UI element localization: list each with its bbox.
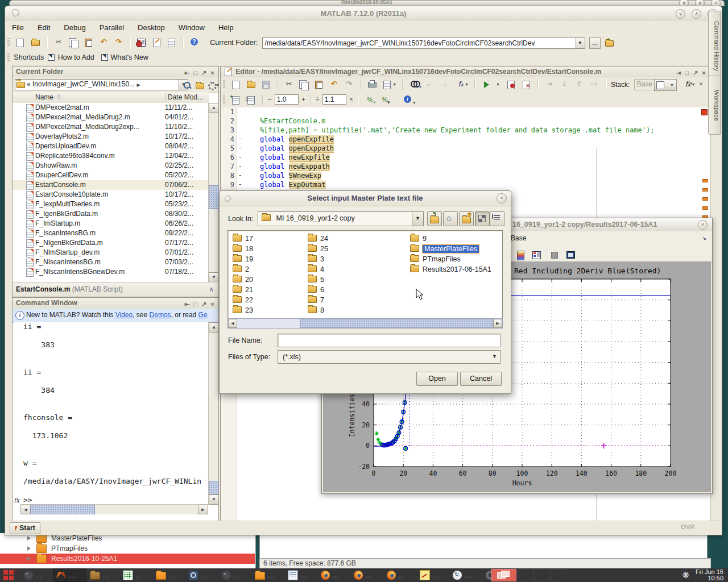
new-folder-button[interactable]: ✱ bbox=[459, 211, 474, 226]
folder-name[interactable]: 17 bbox=[245, 235, 253, 243]
cancel-button[interactable]: Cancel bbox=[460, 372, 502, 386]
file-name[interactable]: EstartConsole10plate.m bbox=[35, 190, 108, 199]
code-line[interactable]: global ExpOutmat bbox=[243, 180, 704, 189]
folder-item[interactable]: 21 bbox=[233, 285, 253, 294]
tab-command-history[interactable]: Command History bbox=[708, 11, 721, 81]
taskbar-app-firefox[interactable]: ... bbox=[317, 568, 350, 582]
folder-name[interactable]: 9 bbox=[423, 235, 427, 243]
go-forward-icon[interactable]: → bbox=[439, 79, 450, 90]
file-name[interactable]: EstartConsole.m bbox=[35, 180, 86, 190]
dialog-close-icon[interactable]: × bbox=[497, 193, 507, 203]
new-file-icon[interactable] bbox=[15, 37, 26, 48]
banner-link[interactable]: Ge bbox=[198, 311, 208, 319]
folder-name[interactable]: 6 bbox=[320, 286, 324, 294]
folder-name[interactable]: 23 bbox=[245, 306, 253, 314]
file-row[interactable]: F_IexpMultiTseries.m05/23/2... bbox=[13, 199, 209, 209]
folder-item[interactable]: 17 bbox=[233, 234, 253, 243]
breakpoint-column[interactable]: - bbox=[237, 171, 243, 180]
howtoadd-icon[interactable]: ◥ bbox=[47, 53, 55, 64]
banner-link[interactable]: Demos bbox=[150, 311, 171, 319]
increase-value-button[interactable]: + bbox=[301, 95, 305, 103]
percent-minus-icon[interactable]: %▼ bbox=[379, 94, 390, 105]
taskbar-app-firefox[interactable]: ... bbox=[350, 568, 383, 582]
breakpoint-column[interactable]: - bbox=[237, 135, 243, 144]
code-line[interactable]: global openExppath bbox=[243, 144, 704, 153]
folder-name[interactable]: PTmapFiles bbox=[423, 255, 461, 263]
breakpoint-column[interactable]: - bbox=[237, 162, 243, 171]
file-row[interactable]: EstartConsole10plate.m10/17/2... bbox=[13, 190, 209, 199]
gear-icon[interactable]: ▼ bbox=[207, 80, 220, 91]
insert-cell-icon[interactable]: + bbox=[230, 94, 241, 105]
line-number[interactable]: 8 bbox=[221, 171, 237, 180]
mlint-status-icon[interactable] bbox=[701, 109, 708, 115]
file-row[interactable]: F_NIscanIntensBGnewDev.m07/18/2... bbox=[13, 267, 209, 277]
taskbar-app-terminal[interactable]: ... bbox=[20, 568, 53, 582]
redo-icon[interactable]: ↷ bbox=[113, 37, 124, 48]
file-name[interactable]: F_NImStartup_dev.m bbox=[35, 248, 100, 257]
up-one-level-button[interactable]: ↰ bbox=[427, 211, 442, 226]
menu-desktop[interactable]: Desktop bbox=[131, 21, 172, 35]
redo-icon[interactable]: ↷ bbox=[344, 79, 354, 90]
matlab-titlebar[interactable]: MATLAB 7.12.0 (R2011a) ∨ ∧ × bbox=[5, 6, 722, 22]
paste-icon[interactable] bbox=[313, 79, 324, 90]
file-name[interactable]: DsuperCellDev.m bbox=[35, 171, 88, 180]
file-list-scrollbar[interactable]: ▲ ▼ bbox=[208, 103, 218, 282]
undock-icon[interactable]: ↗ bbox=[200, 68, 208, 78]
close-panel-icon[interactable]: × bbox=[208, 68, 217, 78]
file-row[interactable]: F_NIscanIntensBG.m07/03/2... bbox=[13, 257, 209, 267]
percent-plus-icon[interactable]: %+ bbox=[365, 94, 375, 105]
split-screen-selector[interactable]: ▼ bbox=[654, 79, 677, 91]
folder-name[interactable]: 19 bbox=[245, 255, 253, 263]
undock-editor-icon[interactable]: ↗ bbox=[687, 80, 693, 88]
folder-item[interactable]: 2 bbox=[233, 265, 249, 274]
continue-icon[interactable]: ⇨ bbox=[589, 79, 599, 90]
folder-name[interactable]: 8 bbox=[320, 306, 324, 314]
taskbar-app-folder2[interactable]: ... bbox=[251, 568, 284, 582]
taskbar-app-folder[interactable]: ... bbox=[86, 568, 119, 582]
scrollbar-thumb[interactable] bbox=[30, 505, 95, 514]
line-number[interactable]: 4 bbox=[221, 135, 237, 144]
code-line[interactable]: %EstartConsole.m bbox=[243, 117, 704, 126]
info-icon[interactable]: i▼ bbox=[403, 94, 416, 105]
breakpoint-column[interactable]: - bbox=[237, 153, 243, 162]
mlint-warning-mark[interactable] bbox=[702, 179, 708, 182]
scroll-left-icon[interactable]: ◀ bbox=[20, 505, 31, 514]
current-folder-panel-header[interactable]: Current Folder ⇤□↗× bbox=[13, 66, 218, 78]
save-icon[interactable] bbox=[260, 79, 271, 90]
files-of-type-combobox[interactable]: (*.xls) ▼ bbox=[278, 350, 500, 364]
scrollbar-thumb[interactable] bbox=[209, 185, 219, 209]
decrease-value-button[interactable]: − bbox=[267, 95, 271, 103]
file-name[interactable]: F_IgenBkGrdData.m bbox=[35, 209, 98, 219]
go-back-icon[interactable]: ← bbox=[424, 79, 435, 90]
undo-icon[interactable]: ↶ bbox=[98, 37, 109, 48]
file-row[interactable]: F_IgenBkGrdData.m08/30/2... bbox=[13, 209, 209, 219]
folder-item[interactable]: 18 bbox=[233, 244, 253, 253]
command-prompt-line[interactable]: fx >> bbox=[14, 495, 208, 505]
menu-edit[interactable]: Edit bbox=[31, 21, 57, 35]
taskbar-app-terminal[interactable]: ... bbox=[218, 568, 251, 582]
folder-item[interactable]: PTmapFiles bbox=[410, 255, 461, 264]
breakpoint-column[interactable]: - bbox=[237, 180, 243, 189]
folder-item[interactable]: 7 bbox=[308, 296, 324, 305]
mlint-warning-mark[interactable] bbox=[702, 197, 708, 201]
folder-name[interactable]: Results2017-06-15A1 bbox=[423, 265, 491, 273]
scroll-right-icon[interactable]: ▶ bbox=[198, 505, 208, 514]
dock-icon[interactable]: ⇥ bbox=[674, 68, 682, 78]
command-window-header[interactable]: Command Window ⇤□↗× bbox=[13, 298, 218, 309]
line-number[interactable]: 5 bbox=[221, 144, 237, 153]
value-input-1[interactable]: 1.0 bbox=[275, 94, 299, 105]
cut-icon[interactable]: ✂ bbox=[53, 37, 64, 48]
copy-icon[interactable] bbox=[299, 79, 309, 90]
scroll-up-icon[interactable]: ▲ bbox=[209, 103, 219, 113]
tray-pinwheel-icon[interactable]: ❋ bbox=[682, 570, 689, 580]
taskbar-app-sync[interactable]: ... bbox=[449, 568, 482, 582]
folder-name[interactable]: 22 bbox=[245, 296, 253, 304]
line-number[interactable]: 9 bbox=[221, 180, 237, 189]
folder-name[interactable]: 25 bbox=[320, 245, 328, 253]
maximize-button[interactable]: ∧ bbox=[692, 9, 701, 19]
function-hints-icon[interactable]: fx▼ bbox=[454, 79, 469, 90]
code-line[interactable]: global SWnewExp bbox=[243, 171, 704, 180]
folder-name[interactable]: 24 bbox=[320, 235, 328, 243]
taskbar-app-matlab[interactable]: ... bbox=[53, 568, 86, 582]
file-row[interactable]: DMPexcel2mat_MediaDrug2exp...11/10/2... bbox=[13, 122, 209, 132]
